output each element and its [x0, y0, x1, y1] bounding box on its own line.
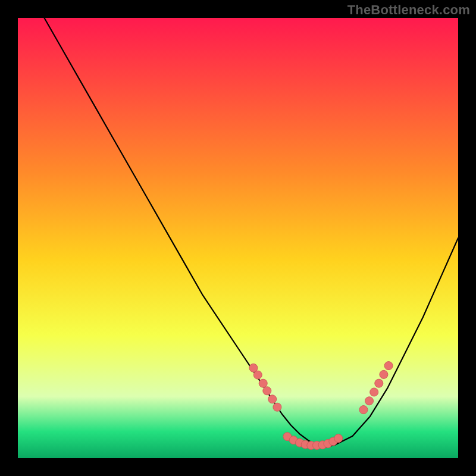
data-dot [334, 434, 343, 443]
data-dot [370, 388, 378, 396]
watermark-text: TheBottleneck.com [347, 2, 470, 18]
chart-stage: TheBottleneck.com [0, 0, 476, 476]
data-dot [375, 379, 383, 387]
data-dot [384, 362, 393, 370]
heat-gradient-panel [18, 18, 458, 458]
data-dot [380, 370, 388, 378]
data-dot [259, 379, 267, 387]
data-dot [253, 371, 262, 379]
data-dot [365, 397, 374, 405]
bottleneck-chart [0, 0, 476, 476]
data-dot [263, 387, 271, 395]
data-dot [268, 395, 277, 403]
data-dot [273, 403, 281, 411]
data-dot [359, 406, 368, 414]
